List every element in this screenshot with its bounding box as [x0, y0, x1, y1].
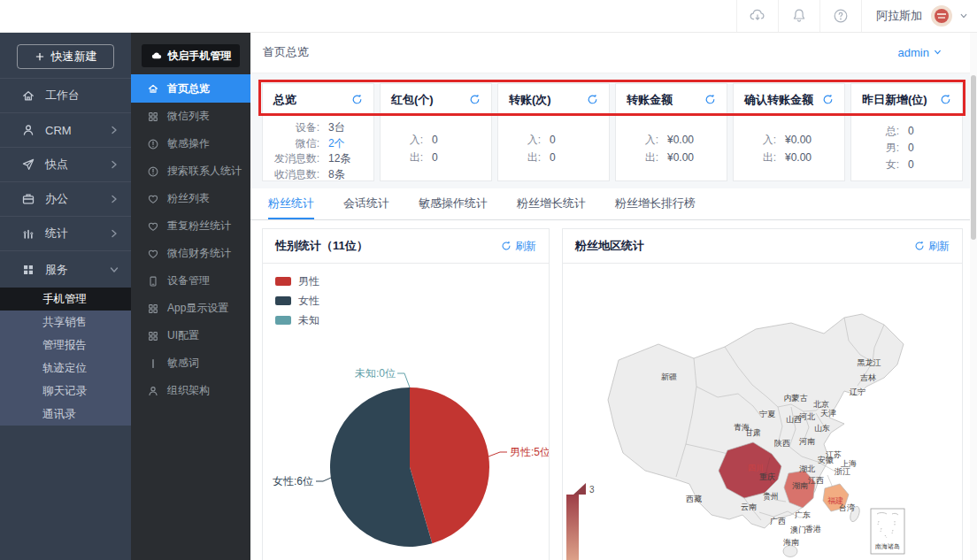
stat-label: 出: [498, 149, 541, 166]
help-button[interactable] [820, 0, 861, 32]
stat-label: 男: [851, 140, 899, 157]
sidebar-item-office[interactable]: 办公 [0, 181, 131, 216]
refresh-button[interactable] [469, 94, 481, 105]
subsidebar-item-ui-config[interactable]: UI配置 [131, 322, 250, 349]
sidebar-item-services[interactable]: 服务 [0, 250, 131, 288]
subsidebar-item-home-overview[interactable]: 首页总览 [131, 74, 250, 103]
chevron-right-icon [110, 126, 119, 134]
subsidebar-item-wechat-finance[interactable]: 微信财务统计 [131, 240, 250, 267]
subsidebar-item-search-contact-stats[interactable]: 搜索联系人统计 [131, 157, 250, 185]
sidebar-item-label: 统计 [45, 226, 110, 242]
map-label: 湖南 [792, 481, 808, 490]
legend-label: 未知 [298, 313, 319, 328]
stat-value: ¥0.00 [785, 149, 812, 166]
legend-item-unknown[interactable]: 未知 [275, 311, 319, 330]
subsidebar-item-org-structure[interactable]: 组织架构 [131, 377, 250, 404]
username[interactable]: 阿拉斯加 [862, 8, 931, 24]
scrollbar-thumb[interactable] [971, 75, 976, 240]
refresh-button[interactable] [587, 94, 598, 105]
subsidebar-item-duplicate-fans[interactable]: 重复粉丝统计 [131, 212, 250, 240]
stat-label: 入: [498, 131, 541, 149]
alert-icon [147, 138, 159, 150]
stat-label: 女: [851, 157, 899, 173]
stat-value: 0 [908, 123, 914, 140]
services-submenu: 手机管理 共享销售 管理报告 轨迹定位 聊天记录 通讯录 [0, 288, 131, 426]
tab-fans-growth-stats[interactable]: 粉丝增长统计 [517, 188, 586, 219]
subsidebar-item-fans-list[interactable]: 粉丝列表 [131, 185, 250, 212]
notifications-button[interactable] [779, 0, 819, 32]
stat-cards-row: 总览 设备:3台 微信:2个 发消息数:12条 收消息数:8条 红包(个) 入:… [262, 83, 963, 181]
submenu-item-track-location[interactable]: 轨迹定位 [0, 357, 131, 380]
legend-item-male[interactable]: 男性 [275, 272, 319, 291]
refresh-button[interactable] [704, 94, 716, 105]
bar-icon [147, 357, 159, 370]
sidebar-item-statistics[interactable]: 统计 [0, 216, 131, 250]
cloud-sync-button[interactable] [737, 0, 778, 32]
admin-dropdown[interactable]: admin [898, 32, 942, 73]
quick-create-button[interactable]: 快速新建 [17, 44, 114, 69]
subsidebar-item-label: 搜索联系人统计 [167, 164, 242, 179]
heart-icon [147, 220, 159, 233]
submenu-item-chat-records[interactable]: 聊天记录 [0, 380, 131, 403]
subsidebar-item-sensitive-ops[interactable]: 敏感操作 [131, 130, 250, 157]
subsidebar-item-device-management[interactable]: 设备管理 [131, 267, 250, 295]
submenu-item-shared-sales[interactable]: 共享销售 [0, 311, 131, 334]
card-title: 转账金额 [627, 92, 673, 108]
subsidebar-item-label: 重复粉丝统计 [167, 219, 231, 234]
tab-fans-stats[interactable]: 粉丝统计 [268, 188, 314, 219]
user-menu-toggle[interactable] [959, 12, 968, 19]
submenu-item-management-report[interactable]: 管理报告 [0, 334, 131, 357]
visualmap-legend[interactable]: 3 [566, 483, 595, 560]
card-confirmed-transfer-amount: 确认转账金额 入:¥0.00 出:¥0.00 [733, 83, 845, 181]
stat-label: 发消息数: [263, 151, 319, 167]
pie-legend: 男性 女性 未知 [275, 272, 319, 330]
heart-icon [147, 193, 159, 205]
cloud-icon [150, 50, 163, 62]
map-label: 吉林 [860, 373, 876, 382]
module-title: 快启手机管理 [168, 49, 232, 64]
subsidebar-item-sensitive-words[interactable]: 敏感词 [131, 349, 250, 377]
refresh-icon [940, 94, 951, 105]
stat-value: ¥0.00 [667, 131, 694, 149]
refresh-icon [704, 94, 716, 105]
admin-label: admin [898, 46, 929, 59]
tab-fans-growth-ranking[interactable]: 粉丝增长排行榜 [615, 188, 696, 219]
chart-icon [21, 226, 35, 241]
main-content: 首页总览 admin 总览 设备:3台 微信:2个 发消息数:12条 收消息数:… [250, 32, 970, 560]
refresh-button[interactable] [351, 94, 363, 105]
sidebar-item-crm[interactable]: CRM [0, 112, 131, 147]
submenu-item-contacts[interactable]: 通讯录 [0, 403, 131, 426]
gender-stats-panel: 性别统计（11位） 刷新 未知:0位 男性:5位 女性:6位 男性 女性 [262, 228, 550, 560]
stat-value-link[interactable]: 2个 [328, 136, 345, 152]
module-title-button[interactable]: 快启手机管理 [142, 44, 240, 67]
refresh-link[interactable]: 刷新 [501, 239, 536, 254]
map-label: 黑龙江 [858, 358, 881, 367]
avatar[interactable] [931, 5, 952, 27]
topbar: 阿拉斯加 [0, 0, 977, 33]
subsidebar-item-wechat-list[interactable]: 微信列表 [131, 103, 250, 130]
home-icon [21, 88, 35, 103]
refresh-label: 刷新 [515, 239, 536, 254]
refresh-button[interactable] [940, 94, 951, 105]
tab-sensitive-ops-stats[interactable]: 敏感操作统计 [419, 188, 488, 219]
panel-title: 性别统计（11位） [275, 238, 368, 254]
sidebar-item-label: CRM [45, 124, 110, 137]
subsidebar-item-app-display[interactable]: App显示设置 [131, 295, 250, 322]
stats-section: 粉丝统计 会话统计 敏感操作统计 粉丝增长统计 粉丝增长排行榜 性别统计（11位… [250, 188, 970, 560]
map-label: 四川 [748, 464, 764, 472]
scrollbar-track[interactable] [970, 32, 977, 560]
subsidebar-item-label: 敏感操作 [167, 136, 210, 151]
refresh-link[interactable]: 刷新 [914, 239, 950, 254]
tab-session-stats[interactable]: 会话统计 [343, 188, 389, 219]
legend-item-female[interactable]: 女性 [275, 291, 319, 311]
submenu-item-phone-management[interactable]: 手机管理 [0, 288, 131, 311]
sidebar-item-kuaidian[interactable]: 快点 [0, 147, 131, 181]
sidebar-item-label: 工作台 [45, 88, 119, 104]
refresh-icon [822, 94, 834, 105]
grid-icon [147, 330, 159, 342]
grid-icon [21, 263, 35, 277]
sidebar-nav: 工作台 CRM 快点 办公 统计 服务 手机管理 共享销 [0, 78, 131, 426]
south-sea-inset: 南海诸岛 [871, 509, 904, 554]
refresh-button[interactable] [822, 94, 834, 105]
sidebar-item-workbench[interactable]: 工作台 [0, 78, 131, 112]
